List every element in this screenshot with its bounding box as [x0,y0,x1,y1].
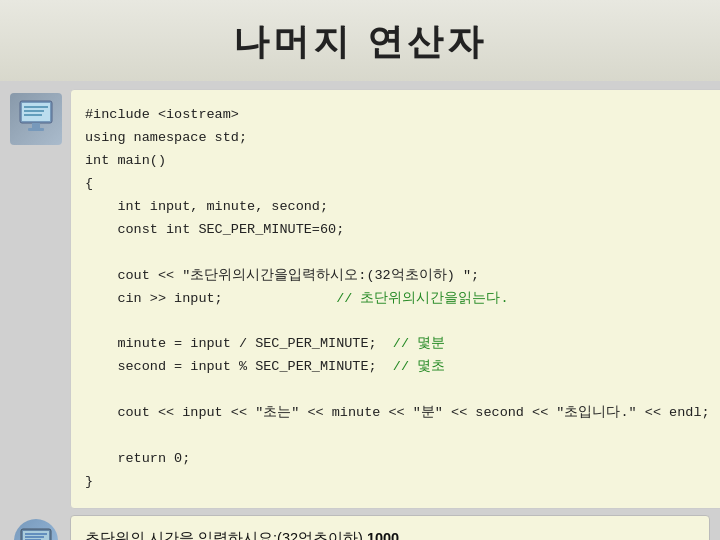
code-box: #include <iostream> using namespace std;… [70,89,720,509]
laptop-icon [14,519,58,540]
code-line-close: } [85,471,710,494]
computer-icon-top [10,93,62,145]
left-icon-column [10,89,62,509]
output-line-1-bold: 1000 [367,530,399,540]
output-text: 초단위의 시간을 입력하시요:(32억초이하) 1000 1000초는 16분 … [85,526,399,540]
code-line-4: { [85,173,710,196]
title-bar: 나머지 연산자 [0,0,720,81]
code-line-cin: cin >> input; // 초단위의시간을읽는다. [85,288,710,311]
code-line-cout: cout << "초단위의시간을입력하시오:(32억초이하) "; [85,265,710,288]
code-line-minute: minute = input / SEC_PER_MINUTE; // 몇분 [85,333,710,356]
svg-rect-2 [32,123,40,128]
code-line-cout2: cout << input << "초는" << minute << "분" <… [85,402,710,425]
code-line-blank-1 [85,242,710,265]
svg-rect-3 [28,128,44,131]
code-line-3: int main() [85,150,710,173]
code-line-return: return 0; [85,448,710,471]
svg-rect-8 [23,531,49,540]
output-line-1: 초단위의 시간을 입력하시요:(32억초이하) 1000 [85,526,399,540]
code-line-5: int input, minute, second; [85,196,710,219]
code-line-second: second = input % SEC_PER_MINUTE; // 몇초 [85,356,710,379]
svg-rect-1 [22,103,50,121]
bottom-icon-column [10,515,62,540]
page-wrapper: 나머지 연산자 #includ [0,0,720,540]
code-line-blank-3 [85,379,710,402]
code-line-6: const int SEC_PER_MINUTE=60; [85,219,710,242]
page-title: 나머지 연산자 [233,21,487,62]
output-area: 초단위의 시간을 입력하시요:(32억초이하) 1000 1000초는 16분 … [70,515,710,540]
code-line-blank-2 [85,310,710,333]
code-line-2: using namespace std; [85,127,710,150]
code-line-blank-4 [85,425,710,448]
code-line-1: #include <iostream> [85,104,710,127]
main-area: #include <iostream> using namespace std;… [0,81,720,509]
bottom-row: 초단위의 시간을 입력하시요:(32억초이하) 1000 1000초는 16분 … [10,515,710,540]
